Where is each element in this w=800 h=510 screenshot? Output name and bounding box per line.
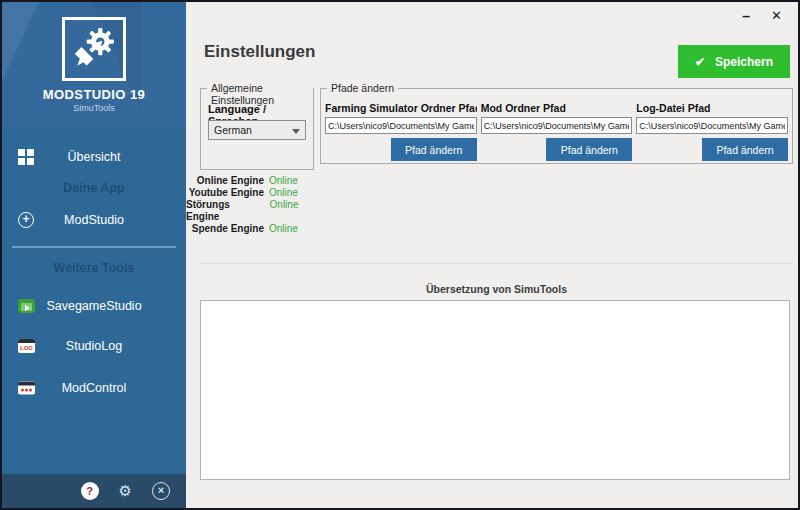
path-field-label: Mod Ordner Pfad <box>481 102 633 114</box>
savegame-window-icon <box>18 299 35 313</box>
sidebar-item-label: ModStudio <box>64 213 124 227</box>
log-window-icon: LOG <box>18 339 35 353</box>
fs-folder-path-input[interactable] <box>325 117 477 134</box>
sidebar-section-weitere-tools: Weitere Tools <box>2 254 186 282</box>
engine-label: Online Engine <box>197 175 264 187</box>
paths-row: Farming Simulator Ordner Pfad Pfad änder… <box>321 89 792 161</box>
path-field-label: Farming Simulator Ordner Pfad <box>325 102 477 114</box>
sidebar-item-label: Übersicht <box>68 150 121 164</box>
check-icon: ✔ <box>695 55 705 69</box>
sidebar-item-deine-app: Deine App <box>2 174 186 202</box>
sidebar-nav: Übersicht Deine App + ModStudio Weitere … <box>2 140 186 408</box>
engine-status-row: Spende Engine Online <box>186 223 299 235</box>
app-subtitle: SimuTools <box>2 103 186 113</box>
log-file-path-input[interactable] <box>636 117 788 134</box>
sidebar-section-label: Weitere Tools <box>54 261 135 275</box>
engine-label: Störungs Engine <box>186 199 265 223</box>
paths-group-legend: Pfade ändern <box>327 82 398 94</box>
change-mod-folder-path-button[interactable]: Pfad ändern <box>546 138 632 161</box>
engine-label: Spende Engine <box>192 223 264 235</box>
chevron-down-icon <box>292 129 300 134</box>
engine-status-row: Störungs Engine Online <box>186 199 299 223</box>
grid-icon <box>18 149 34 165</box>
change-fs-folder-path-button[interactable]: Pfad ändern <box>391 138 477 161</box>
engine-status-value: Online <box>269 175 299 187</box>
engine-status-row: Youtube Engine Online <box>186 187 299 199</box>
logo-area: MODSTUDIO 19 SimuTools <box>2 2 186 128</box>
page-title: Einstellungen <box>204 42 315 62</box>
sidebar-item-savegamestudio[interactable]: SavegameStudio <box>2 288 186 324</box>
window-minimize-button[interactable]: – <box>742 8 750 24</box>
engine-label: Youtube Engine <box>189 187 264 199</box>
app-title: MODSTUDIO 19 <box>2 87 186 102</box>
path-field-fs-folder: Farming Simulator Ordner Pfad Pfad änder… <box>325 102 477 161</box>
quit-app-icon[interactable]: × <box>152 482 170 500</box>
engine-status-list: Online Engine Online Youtube Engine Onli… <box>186 175 299 235</box>
engine-status-row: Online Engine Online <box>186 175 299 187</box>
sidebar-item-uebersicht[interactable]: Übersicht <box>2 140 186 174</box>
gear-pencil-icon <box>71 26 117 72</box>
sidebar-item-modcontrol[interactable]: ModControl <box>2 368 186 408</box>
translation-textarea[interactable] <box>200 300 790 480</box>
log-icon-text: LOG <box>18 344 35 352</box>
sidebar-item-label: SavegameStudio <box>46 299 141 313</box>
engine-status-value: Online <box>270 199 299 223</box>
path-field-log-file: Log-Datei Pfad Pfad ändern <box>636 102 788 161</box>
window-close-button[interactable]: ✕ <box>771 8 782 23</box>
main-panel: – ✕ Einstellungen ✔ Speichern Allgemeine… <box>186 2 798 508</box>
paths-group: Pfade ändern Farming Simulator Ordner Pf… <box>320 88 793 164</box>
path-field-mod-folder: Mod Ordner Pfad Pfad ändern <box>481 102 633 161</box>
mod-folder-path-input[interactable] <box>481 117 633 134</box>
path-field-label: Log-Datei Pfad <box>636 102 788 114</box>
dots-window-icon <box>18 382 35 395</box>
sidebar-item-modstudio[interactable]: + ModStudio <box>2 202 186 238</box>
language-select[interactable]: German <box>208 120 306 140</box>
save-button-label: Speichern <box>715 55 773 69</box>
section-divider <box>200 263 793 264</box>
settings-gear-icon[interactable]: ⚙ <box>119 482 132 500</box>
app-logo <box>62 17 126 81</box>
plus-circle-icon: + <box>18 212 34 228</box>
sidebar-footer: ? ⚙ × <box>2 474 186 508</box>
engine-status-value: Online <box>269 187 299 199</box>
save-button[interactable]: ✔ Speichern <box>678 45 790 78</box>
translation-section-title: Übersetzung von SimuTools <box>200 283 793 295</box>
help-icon[interactable]: ? <box>81 482 99 500</box>
sidebar: MODSTUDIO 19 SimuTools Übersicht Deine A… <box>2 2 186 508</box>
app-window: MODSTUDIO 19 SimuTools Übersicht Deine A… <box>0 0 800 510</box>
sidebar-divider <box>12 246 176 248</box>
language-select-value: German <box>214 124 252 136</box>
engine-status-value: Online <box>269 223 299 235</box>
sidebar-item-label: ModControl <box>62 381 127 395</box>
sidebar-item-label: StudioLog <box>66 339 122 353</box>
general-settings-group: Allgemeine Einstellungen Language / Spra… <box>200 88 314 170</box>
sidebar-item-studiolog[interactable]: LOG StudioLog <box>2 324 186 368</box>
change-log-file-path-button[interactable]: Pfad ändern <box>702 138 788 161</box>
sidebar-section-label: Deine App <box>63 181 124 195</box>
